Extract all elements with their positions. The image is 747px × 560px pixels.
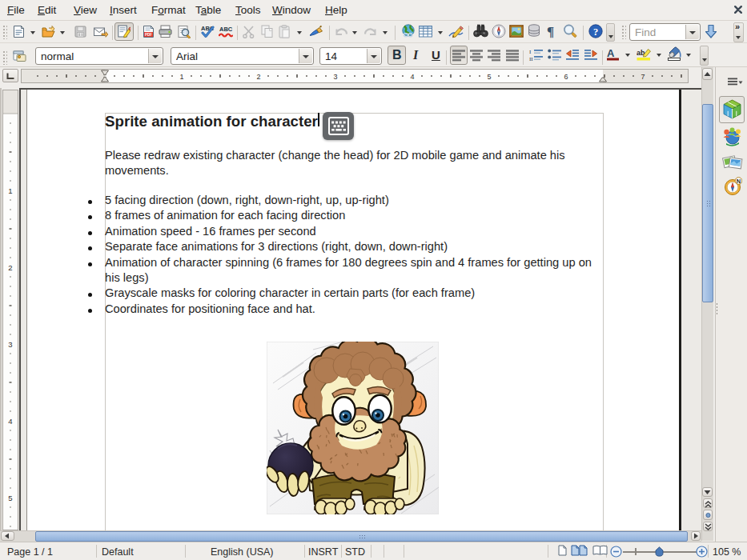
svg-text:¶: ¶ [547,24,554,38]
svg-text:I: I [529,49,532,55]
svg-text:3: 3 [333,73,337,81]
svg-text:5: 5 [487,73,491,81]
svg-text:5: 5 [8,494,12,502]
svg-text:7: 7 [641,73,645,81]
svg-text:PDF: PDF [145,33,152,37]
svg-text:2: 2 [8,263,12,272]
svg-text:4: 4 [8,417,12,426]
svg-text:?: ? [593,26,598,38]
svg-text:4: 4 [410,73,414,81]
svg-text:II: II [529,56,533,62]
svg-text:1: 1 [8,186,12,195]
svg-text:6: 6 [564,73,568,81]
svg-text:2: 2 [256,73,260,81]
svg-text:A: A [607,47,615,59]
svg-text:1: 1 [179,73,183,81]
svg-text:N: N [737,178,741,185]
svg-text:3: 3 [8,340,12,349]
svg-text:ABC: ABC [219,26,233,33]
